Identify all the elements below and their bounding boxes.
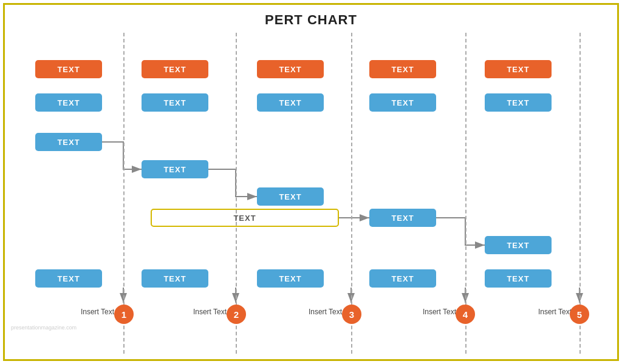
- phase-circle-2: 2: [227, 305, 246, 324]
- box-r1c3[interactable]: TEXT: [257, 60, 324, 78]
- box-r2c2[interactable]: TEXT: [142, 93, 208, 112]
- phase-label-1: Insert Text: [75, 308, 120, 316]
- watermark: presentationmagazine.com: [11, 325, 77, 331]
- phase-circle-4: 4: [456, 305, 475, 324]
- box-r3c4[interactable]: TEXT: [369, 209, 436, 227]
- phase-label-2: Insert Text: [187, 308, 233, 316]
- box-r5c2[interactable]: TEXT: [142, 269, 208, 288]
- chart-area: TEXT TEXT TEXT TEXT TEXT TEXT TEXT TEXT …: [5, 33, 617, 354]
- box-r2c1[interactable]: TEXT: [35, 93, 102, 112]
- box-r2c5[interactable]: TEXT: [485, 93, 552, 112]
- phase-circle-3: 3: [342, 305, 361, 324]
- box-r1c4[interactable]: TEXT: [369, 60, 436, 78]
- box-r2c3[interactable]: TEXT: [257, 93, 324, 112]
- box-r2c4[interactable]: TEXT: [369, 93, 436, 112]
- phase-label-3: Insert Text: [302, 308, 348, 316]
- main-container: PERT CHART: [3, 3, 619, 361]
- box-r1c2[interactable]: TEXT: [142, 60, 208, 78]
- phase-circle-5: 5: [570, 305, 589, 324]
- chart-title: PERT CHART: [5, 5, 617, 33]
- box-r3c3[interactable]: TEXT: [257, 187, 324, 206]
- box-r1c1[interactable]: TEXT: [35, 60, 102, 78]
- box-r5c1[interactable]: TEXT: [35, 269, 102, 288]
- box-r5c3[interactable]: TEXT: [257, 269, 324, 288]
- phase-circle-1: 1: [114, 305, 134, 324]
- box-r1c5[interactable]: TEXT: [485, 60, 552, 78]
- box-r5c4[interactable]: TEXT: [369, 269, 436, 288]
- box-r3c2[interactable]: TEXT: [142, 160, 208, 178]
- box-yellow[interactable]: TEXT: [151, 209, 339, 227]
- box-r3c5[interactable]: TEXT: [485, 236, 552, 254]
- box-r3c1[interactable]: TEXT: [35, 133, 102, 151]
- box-r5c5[interactable]: TEXT: [485, 269, 552, 288]
